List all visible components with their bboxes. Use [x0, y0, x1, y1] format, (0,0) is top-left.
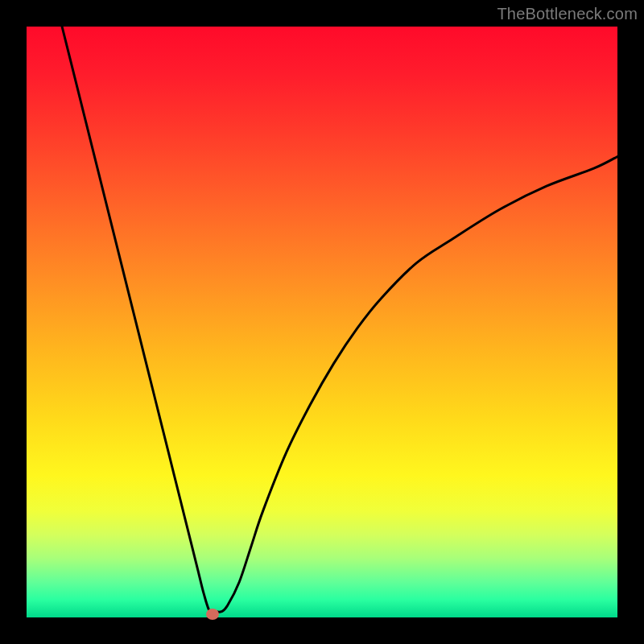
chart-frame: TheBottleneck.com	[0, 0, 644, 644]
optimum-marker	[206, 609, 219, 620]
plot-area	[27, 27, 617, 617]
bottleneck-curve	[27, 27, 617, 617]
watermark-text: TheBottleneck.com	[497, 5, 638, 23]
